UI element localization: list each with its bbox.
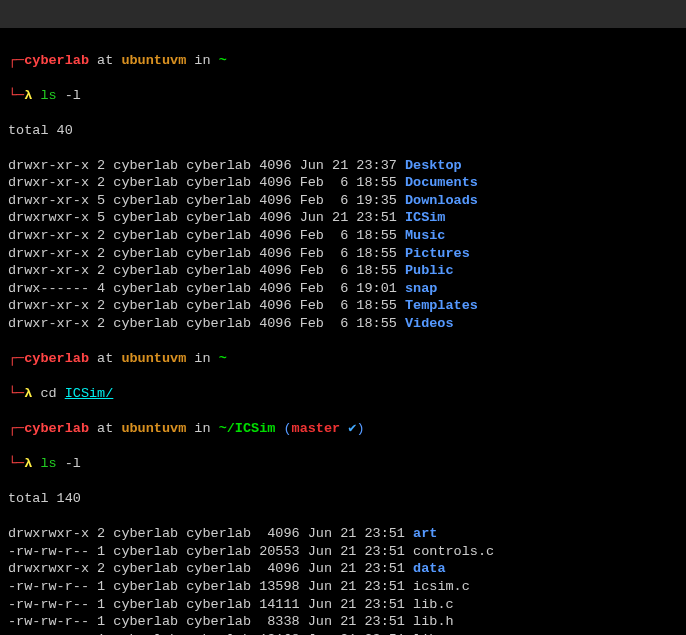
prompt-corner: ┌─ [8, 421, 24, 436]
ls-row: drwxrwxr-x 5 cyberlab cyberlab 4096 Jun … [8, 209, 678, 227]
ls-filename: Documents [405, 175, 478, 190]
ls-row: drwxr-xr-x 5 cyberlab cyberlab 4096 Feb … [8, 192, 678, 210]
prompt-at: at [89, 53, 121, 68]
ls-listing: drwxr-xr-x 2 cyberlab cyberlab 4096 Jun … [8, 157, 678, 332]
ls-filename: lib.h [413, 614, 454, 629]
prompt-line: ┌─cyberlab at ubuntuvm in ~ [8, 350, 678, 368]
ls-filename: lib.c [413, 597, 454, 612]
ls-perms: drwxr-xr-x 2 cyberlab cyberlab 4096 Jun … [8, 158, 405, 173]
ls-perms: drwxrwxr-x 2 cyberlab cyberlab 4096 Jun … [8, 561, 413, 576]
ls-filename: Downloads [405, 193, 478, 208]
branch-paren: ) [356, 421, 364, 436]
ls-perms: drwxr-xr-x 2 cyberlab cyberlab 4096 Feb … [8, 298, 405, 313]
branch-paren: ( [275, 421, 291, 436]
prompt-line: ┌─cyberlab at ubuntuvm in ~/ICSim (maste… [8, 420, 678, 438]
terminal-output[interactable]: ┌─cyberlab at ubuntuvm in ~ └─λ ls -l to… [0, 28, 686, 635]
ls-row: -rw-rw-r-- 1 cyberlab cyberlab 20553 Jun… [8, 543, 678, 561]
prompt-user: cyberlab [24, 421, 89, 436]
ls-row: drwxrwxr-x 2 cyberlab cyberlab 4096 Jun … [8, 560, 678, 578]
prompt-corner: └─ [8, 456, 24, 471]
prompt-corner: └─ [8, 386, 24, 401]
window-titlebar [0, 0, 686, 28]
cmd-ls: ls [40, 88, 56, 103]
ls-perms: -rw-rw-r-- 1 cyberlab cyberlab 20553 Jun… [8, 544, 413, 559]
ls-row: drwxrwxr-x 2 cyberlab cyberlab 4096 Jun … [8, 525, 678, 543]
ls-filename: snap [405, 281, 437, 296]
ls-row: drwxr-xr-x 2 cyberlab cyberlab 4096 Feb … [8, 262, 678, 280]
ls-perms: drwxr-xr-x 5 cyberlab cyberlab 4096 Feb … [8, 193, 405, 208]
command-line: └─λ cd ICSim/ [8, 385, 678, 403]
ls-perms: drwxr-xr-x 2 cyberlab cyberlab 4096 Feb … [8, 316, 405, 331]
prompt-line: ┌─cyberlab at ubuntuvm in ~ [8, 52, 678, 70]
ls-filename: art [413, 526, 437, 541]
command-line: └─λ ls -l [8, 455, 678, 473]
cmd-arg: -l [57, 88, 81, 103]
cmd-ls: ls [40, 456, 56, 471]
prompt-host: ubuntuvm [121, 351, 186, 366]
prompt-at: at [89, 421, 121, 436]
prompt-lambda: λ [24, 88, 40, 103]
ls-row: drwx------ 4 cyberlab cyberlab 4096 Feb … [8, 280, 678, 298]
ls-filename: Desktop [405, 158, 462, 173]
ls-perms: drwxrwxr-x 2 cyberlab cyberlab 4096 Jun … [8, 526, 413, 541]
ls-filename: Music [405, 228, 446, 243]
cmd-cd: cd [40, 386, 64, 401]
prompt-lambda: λ [24, 456, 40, 471]
prompt-in: in [186, 351, 218, 366]
ls-filename: data [413, 561, 445, 576]
ls-total: total 140 [8, 490, 678, 508]
ls-filename: controls.c [413, 544, 494, 559]
ls-row: drwxr-xr-x 2 cyberlab cyberlab 4096 Feb … [8, 315, 678, 333]
ls-perms: drwxr-xr-x 2 cyberlab cyberlab 4096 Feb … [8, 263, 405, 278]
ls-perms: -rw-rw-r-- 1 cyberlab cyberlab 13168 Jun… [8, 632, 413, 635]
ls-filename: ICSim [405, 210, 446, 225]
prompt-host: ubuntuvm [121, 421, 186, 436]
cmd-arg: -l [57, 456, 81, 471]
ls-listing: drwxrwxr-x 2 cyberlab cyberlab 4096 Jun … [8, 525, 678, 635]
cmd-cd-target: ICSim/ [65, 386, 114, 401]
ls-row: drwxr-xr-x 2 cyberlab cyberlab 4096 Feb … [8, 174, 678, 192]
prompt-user: cyberlab [24, 351, 89, 366]
ls-filename: Templates [405, 298, 478, 313]
prompt-user: cyberlab [24, 53, 89, 68]
ls-row: -rw-rw-r-- 1 cyberlab cyberlab 13598 Jun… [8, 578, 678, 596]
ls-perms: -rw-rw-r-- 1 cyberlab cyberlab 13598 Jun… [8, 579, 413, 594]
ls-row: -rw-rw-r-- 1 cyberlab cyberlab 14111 Jun… [8, 596, 678, 614]
ls-perms: drwxr-xr-x 2 cyberlab cyberlab 4096 Feb … [8, 246, 405, 261]
ls-perms: drwxr-xr-x 2 cyberlab cyberlab 4096 Feb … [8, 228, 405, 243]
ls-row: drwxr-xr-x 2 cyberlab cyberlab 4096 Feb … [8, 297, 678, 315]
ls-filename: Videos [405, 316, 454, 331]
ls-perms: -rw-rw-r-- 1 cyberlab cyberlab 8338 Jun … [8, 614, 413, 629]
ls-row: drwxr-xr-x 2 cyberlab cyberlab 4096 Feb … [8, 245, 678, 263]
git-branch: master [292, 421, 341, 436]
prompt-corner: └─ [8, 88, 24, 103]
prompt-in: in [186, 421, 218, 436]
ls-perms: drwx------ 4 cyberlab cyberlab 4096 Feb … [8, 281, 405, 296]
ls-row: drwxr-xr-x 2 cyberlab cyberlab 4096 Jun … [8, 157, 678, 175]
ls-filename: Pictures [405, 246, 470, 261]
ls-row: -rw-rw-r-- 1 cyberlab cyberlab 13168 Jun… [8, 631, 678, 635]
prompt-host: ubuntuvm [121, 53, 186, 68]
ls-perms: -rw-rw-r-- 1 cyberlab cyberlab 14111 Jun… [8, 597, 413, 612]
ls-perms: drwxrwxr-x 5 cyberlab cyberlab 4096 Jun … [8, 210, 405, 225]
ls-filename: lib.o [413, 632, 454, 635]
ls-row: -rw-rw-r-- 1 cyberlab cyberlab 8338 Jun … [8, 613, 678, 631]
prompt-in: in [186, 53, 218, 68]
prompt-path: ~ [219, 351, 227, 366]
ls-total: total 40 [8, 122, 678, 140]
prompt-at: at [89, 351, 121, 366]
prompt-path: ~/ICSim [219, 421, 276, 436]
ls-filename: Public [405, 263, 454, 278]
git-status-icon: ✔ [340, 421, 356, 436]
ls-row: drwxr-xr-x 2 cyberlab cyberlab 4096 Feb … [8, 227, 678, 245]
prompt-corner: ┌─ [8, 351, 24, 366]
prompt-lambda: λ [24, 386, 40, 401]
prompt-corner: ┌─ [8, 53, 24, 68]
command-line: └─λ ls -l [8, 87, 678, 105]
ls-perms: drwxr-xr-x 2 cyberlab cyberlab 4096 Feb … [8, 175, 405, 190]
ls-filename: icsim.c [413, 579, 470, 594]
prompt-path: ~ [219, 53, 227, 68]
